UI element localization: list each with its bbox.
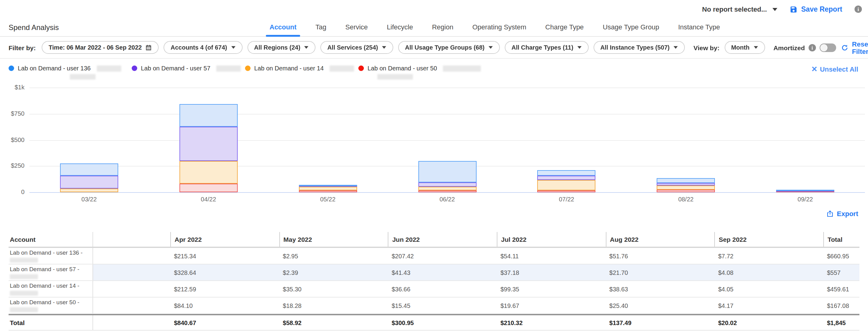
column-header-may-2022: May 2022 (279, 232, 388, 247)
tab-region[interactable]: Region (431, 23, 455, 36)
value-cell: $4.08 (715, 264, 823, 280)
bar-segment-lab-on-demand-user-14[interactable] (60, 189, 118, 192)
bar-segment-lab-on-demand-user-57[interactable] (418, 182, 476, 187)
filter-pill-all-regions-24[interactable]: All Regions (24) (247, 41, 315, 54)
bar-segment-lab-on-demand-user-50[interactable] (299, 190, 357, 192)
bar-05-22[interactable] (299, 88, 357, 192)
spacer-cell (93, 248, 170, 264)
export-label: Export (837, 210, 858, 217)
account-cell: Lab on Demand - user 14 - (8, 281, 93, 297)
bar-segment-lab-on-demand-user-14[interactable] (180, 161, 238, 184)
filter-pill-all-charge-types-11[interactable]: All Charge Types (11) (505, 41, 589, 54)
bar-segment-lab-on-demand-user-136[interactable] (60, 163, 118, 176)
bar-segment-lab-on-demand-user-136[interactable] (657, 178, 715, 183)
export-button[interactable]: Export (826, 210, 858, 217)
bar-segment-lab-on-demand-user-14[interactable] (537, 180, 596, 190)
tab-operating-system[interactable]: Operating System (471, 23, 527, 36)
bar-segment-lab-on-demand-user-136[interactable] (537, 170, 596, 176)
x-axis-tick-label: 09/22 (776, 196, 834, 203)
bar-segment-lab-on-demand-user-14[interactable] (418, 187, 476, 191)
bar-segment-lab-on-demand-user-57[interactable] (537, 176, 596, 180)
spend-table: Account Apr 2022May 2022Jun 2022Jul 2022… (8, 232, 860, 331)
value-cell: $54.11 (497, 248, 606, 264)
info-icon[interactable]: i (855, 5, 862, 13)
table-row: Lab on Demand - user 136 -$215.34$2.95$2… (8, 248, 860, 264)
legend-item-lab-on-demand-user-136[interactable]: Lab on Demand - user 136 (8, 65, 121, 72)
value-cell: $20.02 (715, 315, 823, 330)
filter-by-label: Filter by: (8, 44, 36, 51)
value-cell: $4.17 (715, 298, 823, 313)
page-title: Spend Analysis (8, 23, 59, 32)
legend-item-lab-on-demand-user-14[interactable]: Lab on Demand - user 14 (245, 65, 354, 72)
value-cell: $58.92 (279, 315, 388, 330)
bar-09-22[interactable] (776, 88, 834, 192)
tab-instance-type[interactable]: Instance Type (677, 23, 721, 36)
export-row: Export (0, 209, 868, 222)
x-axis-tick-label: 07/22 (537, 196, 596, 203)
filter-pill-all-usage-type-groups-68[interactable]: All Usage Type Groups (68) (398, 41, 500, 54)
y-axis-tick-label: $250 (0, 163, 25, 169)
tab-lifecycle[interactable]: Lifecycle (385, 23, 414, 36)
account-column-header: Account (8, 232, 93, 247)
unselect-all-label: Unselect All (820, 66, 858, 73)
bar-segment-lab-on-demand-user-57[interactable] (180, 127, 238, 161)
x-axis-tick-label: 04/22 (180, 196, 238, 203)
filter-pill-label: Accounts 4 (of 674) (170, 44, 227, 51)
bar-08-22[interactable] (657, 88, 715, 192)
account-name: Lab on Demand - user 136 - (10, 249, 83, 256)
bar-segment-lab-on-demand-user-50[interactable] (418, 191, 476, 192)
amortized-label: Amortized (773, 44, 805, 51)
legend-item-lab-on-demand-user-50[interactable]: Lab on Demand - user 50 (358, 65, 481, 72)
amortized-info-icon[interactable]: i (809, 44, 816, 51)
bar-04-22[interactable] (180, 88, 238, 192)
x-axis-tick-label: 03/22 (60, 196, 118, 203)
y-axis-tick-label: $500 (0, 136, 25, 143)
bar-07-22[interactable] (537, 88, 596, 192)
amortized-toggle[interactable] (819, 43, 836, 52)
bar-segment-lab-on-demand-user-136[interactable] (418, 161, 476, 182)
value-cell: $15.45 (388, 298, 497, 313)
bar-segment-lab-on-demand-user-136[interactable] (776, 190, 834, 191)
bar-segment-lab-on-demand-user-14[interactable] (299, 187, 357, 190)
bar-segment-lab-on-demand-user-136[interactable] (180, 104, 238, 127)
bar-03-22[interactable] (60, 88, 118, 192)
redacted-text (97, 65, 121, 71)
account-name: Lab on Demand - user 50 - (10, 299, 79, 305)
unselect-all-button[interactable]: ✕ Unselect All (811, 65, 858, 73)
time-filter-label: Time: 06 Mar 2022 - 06 Sep 2022 (49, 44, 142, 51)
report-selector-dropdown[interactable]: No report selected... (702, 5, 777, 13)
tab-service[interactable]: Service (344, 23, 369, 36)
bar-segment-lab-on-demand-user-57[interactable] (657, 183, 715, 186)
tab-account[interactable]: Account (268, 23, 298, 36)
value-cell: $18.28 (279, 298, 388, 313)
time-filter-pill[interactable]: Time: 06 Mar 2022 - 06 Sep 2022 (42, 41, 159, 54)
spacer-cell (93, 281, 170, 297)
bar-segment-lab-on-demand-user-50[interactable] (180, 183, 238, 192)
tab-usage-type-group[interactable]: Usage Type Group (601, 23, 660, 36)
bar-segment-lab-on-demand-user-14[interactable] (657, 186, 715, 190)
filter-pill-all-services-254[interactable]: All Services (254) (321, 41, 394, 54)
spacer-cell (93, 298, 170, 313)
table-row: Lab on Demand - user 50 -$84.10$18.28$15… (8, 298, 860, 314)
value-cell: $38.63 (606, 281, 714, 297)
bar-segment-lab-on-demand-user-136[interactable] (299, 185, 357, 187)
amortized-group: Amortized i (773, 43, 836, 52)
bar-segment-lab-on-demand-user-50[interactable] (657, 190, 715, 192)
reset-filters-button[interactable]: Reset Filters (841, 40, 868, 55)
save-report-button[interactable]: Save Report (789, 5, 842, 13)
redacted-text (10, 291, 38, 296)
filter-pill-all-instance-types-507[interactable]: All Instance Types (507) (594, 41, 685, 54)
tab-charge-type[interactable]: Charge Type (544, 23, 585, 36)
filter-pill-label: All Regions (24) (254, 44, 300, 51)
value-cell: $19.67 (497, 298, 606, 313)
spacer-column-header (93, 232, 170, 247)
bar-segment-lab-on-demand-user-50[interactable] (537, 190, 596, 192)
tab-tag[interactable]: Tag (314, 23, 328, 36)
bar-06-22[interactable] (418, 88, 476, 192)
view-by-dropdown[interactable]: Month (724, 41, 765, 54)
bar-segment-lab-on-demand-user-57[interactable] (60, 176, 118, 189)
filter-pills: Accounts 4 (of 674)All Regions (24)All S… (164, 41, 685, 54)
value-cell: $4.05 (715, 281, 823, 297)
filter-pill-accounts-4-of-674[interactable]: Accounts 4 (of 674) (164, 41, 243, 54)
legend-item-lab-on-demand-user-57[interactable]: Lab on Demand - user 57 (132, 65, 241, 72)
